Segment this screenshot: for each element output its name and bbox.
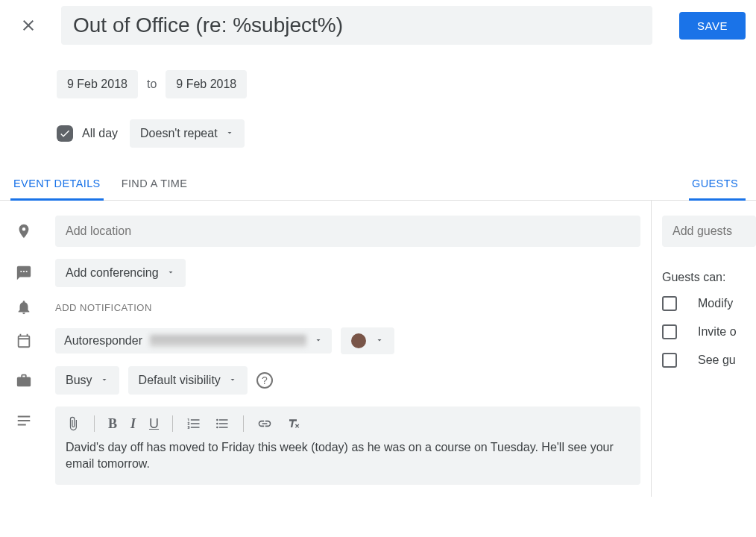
- location-icon: [10, 223, 37, 239]
- close-button[interactable]: [10, 7, 46, 43]
- perm-label: See gu: [698, 354, 736, 367]
- all-day-label: All day: [82, 127, 118, 140]
- recurrence-dropdown[interactable]: Doesn't repeat: [130, 119, 245, 148]
- close-icon: [19, 16, 37, 34]
- chevron-down-icon: [314, 335, 323, 347]
- conferencing-icon: [10, 265, 37, 281]
- perm-see-guest-list[interactable]: See gu: [662, 353, 756, 368]
- visibility-dropdown[interactable]: Default visibility: [128, 366, 248, 395]
- tab-event-details[interactable]: EVENT DETAILS: [10, 170, 104, 201]
- start-date-picker[interactable]: 9 Feb 2018: [57, 70, 138, 98]
- description-editor[interactable]: B I U: [55, 406, 640, 485]
- chevron-down-icon: [375, 335, 384, 347]
- attach-button[interactable]: [66, 416, 81, 431]
- visibility-label: Default visibility: [139, 374, 221, 387]
- briefcase-icon: [10, 372, 37, 389]
- all-day-checkbox[interactable]: All day: [57, 125, 118, 142]
- checkbox-empty-icon: [662, 296, 677, 311]
- numbered-list-icon: [186, 416, 201, 431]
- bell-icon: [10, 299, 37, 315]
- chevron-down-icon: [225, 127, 234, 140]
- date-to-label: to: [147, 78, 157, 91]
- bold-button[interactable]: B: [108, 416, 117, 432]
- availability-label: Busy: [66, 374, 92, 387]
- checkbox-checked-icon: [57, 125, 73, 142]
- calendar-icon: [10, 333, 37, 349]
- italic-button[interactable]: I: [130, 416, 136, 432]
- calendar-selector[interactable]: Autoresponder: [55, 328, 332, 354]
- perm-modify-event[interactable]: Modify: [662, 296, 756, 311]
- perm-label: Invite o: [698, 325, 737, 339]
- visibility-help-button[interactable]: ?: [256, 372, 273, 389]
- perm-invite-others[interactable]: Invite o: [662, 324, 756, 339]
- attach-icon: [66, 416, 81, 431]
- perm-label: Modify: [698, 297, 733, 310]
- location-input[interactable]: [55, 216, 640, 247]
- event-title-input[interactable]: [61, 6, 652, 45]
- bulleted-list-icon: [215, 416, 230, 431]
- chevron-down-icon: [228, 374, 237, 387]
- add-guests-input[interactable]: [662, 216, 756, 247]
- color-swatch: [351, 333, 366, 348]
- checkbox-empty-icon: [662, 353, 677, 368]
- clear-format-button[interactable]: [286, 416, 300, 431]
- link-icon: [257, 416, 272, 431]
- tab-find-a-time[interactable]: FIND A TIME: [119, 170, 191, 201]
- link-button[interactable]: [257, 416, 272, 431]
- underline-button[interactable]: U: [149, 416, 159, 432]
- chevron-down-icon: [100, 374, 109, 387]
- description-text[interactable]: David's day off has moved to Friday this…: [66, 439, 630, 473]
- clear-format-icon: [286, 416, 300, 431]
- calendar-name-label: Autoresponder: [64, 334, 142, 348]
- redacted-text: [150, 335, 306, 347]
- add-notification-button[interactable]: ADD NOTIFICATION: [55, 302, 152, 313]
- conferencing-dropdown[interactable]: Add conferencing: [55, 259, 186, 287]
- save-button[interactable]: SAVE: [679, 12, 746, 40]
- end-date-picker[interactable]: 9 Feb 2018: [166, 70, 247, 98]
- recurrence-label: Doesn't repeat: [140, 127, 218, 140]
- guests-permissions-title: Guests can:: [662, 271, 756, 284]
- description-icon: [10, 406, 37, 429]
- chevron-down-icon: [166, 266, 175, 280]
- conferencing-label: Add conferencing: [66, 266, 159, 280]
- tab-guests[interactable]: GUESTS: [689, 170, 746, 201]
- checkbox-empty-icon: [662, 324, 677, 339]
- numbered-list-button[interactable]: [186, 416, 201, 431]
- availability-dropdown[interactable]: Busy: [55, 366, 119, 395]
- event-color-dropdown[interactable]: [341, 327, 394, 354]
- bulleted-list-button[interactable]: [215, 416, 230, 431]
